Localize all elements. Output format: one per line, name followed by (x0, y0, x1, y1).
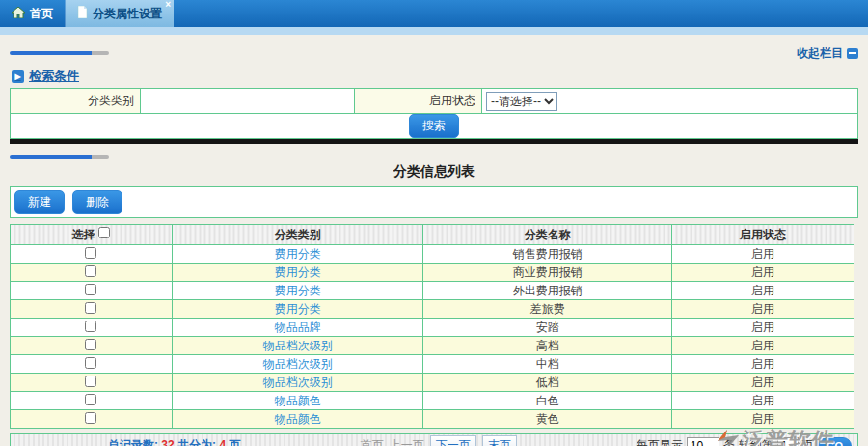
arrow-right-icon: ▶ (12, 70, 24, 83)
collapse-columns-label: 收起栏目 (797, 45, 843, 62)
status-value: 启用 (672, 392, 854, 410)
pages-label: 共分为: (177, 438, 216, 446)
category-link[interactable]: 物品颜色 (275, 394, 321, 407)
category-link[interactable]: 费用分类 (275, 284, 321, 297)
status-value: 启用 (672, 319, 854, 337)
header-name-label: 分类名称 (423, 225, 672, 245)
category-link[interactable]: 物品品牌 (275, 321, 321, 334)
per-page-label: 每页显示 (637, 437, 683, 446)
total-count: 32 (161, 438, 174, 446)
status-value: 启用 (672, 355, 854, 374)
category-name: 低档 (423, 374, 672, 392)
row-checkbox[interactable] (85, 321, 96, 332)
row-checkbox[interactable] (85, 376, 96, 387)
category-name: 差旅费 (423, 300, 672, 319)
pagination-bar: 总记录数: 32 共分为: 4 页 首页 上一页 下一页 末页 每页显示 条 转… (10, 433, 858, 446)
table-header-row: 选择 分类类别 分类名称 启用状态 (11, 225, 854, 245)
delete-button[interactable]: 删除 (72, 190, 122, 214)
category-link[interactable]: 物品颜色 (275, 412, 321, 426)
list-title: 分类信息列表 (10, 163, 858, 181)
status-value: 启用 (672, 410, 854, 429)
new-button[interactable]: 新建 (14, 190, 65, 214)
row-checkbox[interactable] (85, 302, 96, 314)
next-page-link[interactable]: 下一页 (430, 435, 476, 446)
status-value: 启用 (672, 300, 854, 319)
home-icon (12, 7, 25, 21)
pager-links: 首页 上一页 下一页 末页 (361, 435, 517, 446)
search-form: 分类类别 启用状态 --请选择-- 搜索 (10, 88, 858, 139)
row-checkbox[interactable] (85, 284, 96, 295)
category-link[interactable]: 物品档次级别 (263, 376, 333, 389)
category-name: 黄色 (423, 410, 672, 429)
category-name: 中档 (423, 355, 672, 374)
category-link[interactable]: 费用分类 (275, 247, 321, 261)
first-page-link[interactable]: 首页 (361, 437, 384, 446)
tab-close-icon[interactable]: × (165, 0, 171, 10)
list-toolbar: 新建 删除 (10, 186, 858, 218)
row-checkbox[interactable] (85, 339, 96, 350)
category-name: 外出费用报销 (423, 282, 672, 300)
page-content: 收起栏目 ▶ 检索条件 分类类别 启用状态 --请选择-- 搜索 分类信息列表 … (0, 35, 868, 446)
collapse-columns-link[interactable]: 收起栏目 (797, 45, 858, 62)
sub-bar (0, 27, 868, 35)
per-page-input[interactable] (687, 437, 719, 446)
enable-status-label: 启用状态 (355, 89, 482, 114)
category-type-input[interactable] (141, 91, 354, 112)
category-name: 高档 (423, 337, 672, 355)
table-row: 物品档次级别 低档 启用 (11, 374, 854, 392)
row-checkbox[interactable] (85, 357, 96, 369)
category-name: 安踏 (423, 319, 672, 337)
pages-unit: 页 (229, 438, 240, 446)
category-type-label: 分类类别 (11, 89, 141, 114)
category-table: 选择 分类类别 分类名称 启用状态 费用分类 销售费用报销 启用 费用分类 商业… (10, 224, 854, 429)
progress-indicator-list (10, 155, 109, 159)
category-link[interactable]: 物品档次级别 (263, 339, 333, 352)
progress-indicator-top (10, 51, 109, 55)
last-page-link[interactable]: 末页 (482, 435, 517, 446)
status-value: 启用 (672, 245, 854, 264)
prev-page-link[interactable]: 上一页 (390, 437, 424, 446)
header-status-label: 启用状态 (672, 225, 854, 245)
document-icon (77, 6, 88, 21)
status-value: 启用 (672, 282, 854, 300)
row-checkbox[interactable] (85, 247, 96, 259)
enable-status-select[interactable]: --请选择-- (486, 92, 557, 111)
table-row: 费用分类 外出费用报销 启用 (11, 282, 854, 300)
record-summary: 总记录数: 32 共分为: 4 页 (108, 437, 240, 446)
header-category-label: 分类类别 (172, 225, 423, 245)
total-label: 总记录数: (108, 438, 158, 446)
status-value: 启用 (672, 264, 854, 282)
table-row: 物品品牌 安踏 启用 (11, 319, 854, 337)
status-value: 启用 (672, 374, 854, 392)
tab-home[interactable]: 首页 (0, 0, 66, 27)
header-select-label: 选择 (72, 228, 95, 241)
table-row: 费用分类 差旅费 启用 (11, 300, 854, 319)
row-checkbox[interactable] (85, 265, 96, 277)
tab-home-label: 首页 (30, 6, 53, 22)
goto-page-input[interactable] (777, 437, 799, 446)
table-row: 物品颜色 白色 启用 (11, 392, 854, 410)
category-name: 销售费用报销 (423, 245, 672, 264)
search-button[interactable]: 搜索 (409, 114, 459, 138)
category-name: 白色 (423, 392, 672, 410)
goto-unit: 页 (802, 437, 814, 446)
row-checkbox[interactable] (85, 412, 96, 424)
go-button[interactable]: GO (818, 437, 852, 446)
table-row: 费用分类 商业费用报销 启用 (11, 264, 854, 282)
table-row: 物品档次级别 高档 启用 (11, 337, 854, 355)
table-row: 物品颜色 黄色 启用 (11, 410, 854, 429)
table-row: 费用分类 销售费用报销 启用 (11, 245, 854, 264)
category-name: 商业费用报销 (423, 264, 672, 282)
category-link[interactable]: 费用分类 (275, 302, 321, 316)
section-divider (10, 139, 858, 144)
search-criteria-toggle[interactable]: ▶ 检索条件 (12, 68, 858, 85)
select-all-checkbox[interactable] (98, 227, 110, 238)
category-link[interactable]: 物品档次级别 (263, 357, 333, 371)
row-checkbox[interactable] (85, 394, 96, 405)
tab-category-settings[interactable]: 分类属性设置 × (66, 0, 174, 27)
goto-label: 转到第 (739, 437, 773, 446)
category-link[interactable]: 费用分类 (275, 265, 321, 279)
pages-count: 4 (219, 438, 226, 446)
search-criteria-label: 检索条件 (29, 68, 79, 85)
per-page-unit: 条 (723, 437, 735, 446)
